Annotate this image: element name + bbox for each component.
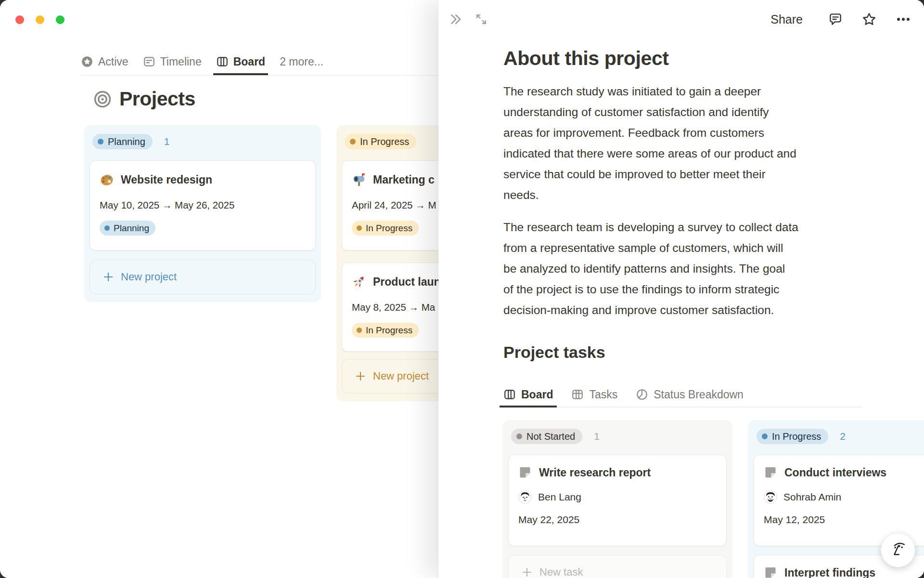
- task-tab-status-breakdown[interactable]: Status Breakdown: [636, 382, 744, 407]
- page-note-icon: [518, 466, 532, 479]
- task-tab-divider: [503, 407, 861, 407]
- task-tab-board[interactable]: Board: [503, 382, 553, 407]
- avatar-sohrab-amin: [764, 490, 777, 504]
- project-tasks-heading: Project tasks: [503, 343, 605, 362]
- column-header: In Progress 2: [754, 428, 924, 445]
- status-pill-not-started[interactable]: Not Started: [511, 429, 582, 444]
- view-tabs: Active Timeline Board 2 more...: [81, 50, 323, 73]
- tasks-board: Not Started 1 Write research report: [502, 420, 924, 578]
- card-status-tag: In Progress: [352, 323, 419, 338]
- tab-label: Timeline: [160, 55, 202, 68]
- card-title: Marketing c: [373, 173, 435, 186]
- card-title: Product laun: [373, 276, 441, 289]
- column-count: 2: [840, 431, 846, 442]
- column-header: Not Started 1: [508, 428, 727, 445]
- mailbox-emoji-icon: [352, 172, 366, 187]
- assignee-name: Ben Lang: [538, 491, 581, 503]
- task-title: Write research report: [539, 466, 651, 479]
- task-due-date: May 12, 2025: [764, 514, 924, 525]
- status-dot: [98, 139, 103, 144]
- status-dot: [350, 139, 356, 144]
- tab-active[interactable]: Active: [81, 50, 128, 73]
- avatar-ben-lang: [518, 490, 532, 504]
- zoom-window-button[interactable]: [56, 15, 64, 24]
- rocket-emoji-icon: [352, 275, 366, 289]
- status-pill-in-progress[interactable]: In Progress: [757, 429, 828, 444]
- page-note-icon: [764, 566, 777, 578]
- tab-board[interactable]: Board: [216, 50, 265, 73]
- page-note-icon: [764, 466, 777, 479]
- close-peek-chevrons-icon[interactable]: [448, 12, 462, 26]
- notion-window: Active Timeline Board 2 more...: [0, 0, 924, 578]
- task-tab-tasks[interactable]: Tasks: [571, 382, 617, 407]
- tab-bar-divider: [81, 75, 439, 76]
- board-column-planning: Planning 1 Website redesign May 10, 2025…: [84, 125, 321, 302]
- tab-timeline[interactable]: Timeline: [143, 50, 202, 73]
- about-paragraph-1: The research study was initiated to gain…: [503, 81, 796, 205]
- open-full-page-icon[interactable]: [474, 12, 488, 26]
- board-icon: [503, 388, 516, 401]
- new-project-button[interactable]: New project: [90, 260, 316, 294]
- window-controls: [15, 15, 64, 24]
- plus-icon: [103, 271, 114, 283]
- status-dot: [357, 328, 362, 333]
- task-title: Conduct interviews: [784, 466, 886, 479]
- assignee-name: Sohrab Amin: [783, 491, 841, 503]
- target-icon: [93, 90, 112, 108]
- column-count: 1: [164, 136, 170, 147]
- about-paragraph-2: The research team is developing a survey…: [503, 217, 798, 320]
- status-pill-planning[interactable]: Planning: [92, 134, 153, 149]
- close-window-button[interactable]: [15, 15, 24, 24]
- favorite-star-icon[interactable]: [861, 12, 877, 27]
- task-due-date: May 22, 2025: [518, 514, 717, 525]
- minimize-window-button[interactable]: [36, 15, 44, 24]
- status-dot: [104, 225, 110, 231]
- card-date-range: May 10, 2025 → May 26, 2025: [100, 199, 306, 211]
- share-button[interactable]: Share: [770, 13, 803, 26]
- card-status-tag: In Progress: [352, 221, 419, 236]
- status-dot: [516, 434, 522, 439]
- page-title: Projects: [119, 88, 195, 110]
- tab-label: 2 more...: [280, 55, 323, 68]
- peek-toolbar: Share: [438, 0, 924, 39]
- comments-icon[interactable]: [828, 12, 843, 27]
- status-dot: [762, 434, 768, 439]
- column-header: Planning 1: [90, 134, 316, 149]
- star-circle-icon: [81, 55, 93, 68]
- board-icon: [216, 55, 229, 68]
- peek-heading: About this project: [503, 47, 669, 70]
- task-column-not-started: Not Started 1 Write research report: [502, 420, 732, 578]
- task-view-tabs: Board Tasks Status Breakdown: [503, 382, 744, 407]
- task-card-write-research-report[interactable]: Write research report Ben Lang May 22, 2…: [508, 455, 727, 546]
- status-pill-in-progress[interactable]: In Progress: [345, 134, 416, 149]
- plus-icon: [521, 566, 533, 578]
- project-card-website-redesign[interactable]: Website redesign May 10, 2025 → May 26, …: [90, 160, 316, 250]
- table-icon: [571, 388, 584, 401]
- task-title: Interpret findings: [784, 566, 875, 578]
- column-count: 1: [594, 431, 600, 442]
- card-status-tag: Planning: [100, 221, 155, 236]
- card-title: Website redesign: [121, 173, 212, 186]
- plus-icon: [355, 370, 366, 382]
- side-peek-panel: Share About this project The research st…: [438, 0, 924, 578]
- new-task-button[interactable]: New task: [508, 555, 727, 578]
- timeline-icon: [143, 55, 155, 68]
- palette-emoji-icon: [100, 172, 114, 187]
- status-dot: [357, 225, 362, 231]
- tab-label: Board: [233, 55, 265, 68]
- ai-face-icon: [888, 540, 908, 560]
- tab-label: Active: [98, 55, 128, 68]
- tab-more-views[interactable]: 2 more...: [280, 50, 323, 73]
- notion-ai-button[interactable]: [881, 533, 915, 567]
- page-title-row: Projects: [93, 88, 195, 110]
- pie-chart-icon: [636, 388, 648, 401]
- more-options-icon[interactable]: [895, 11, 911, 27]
